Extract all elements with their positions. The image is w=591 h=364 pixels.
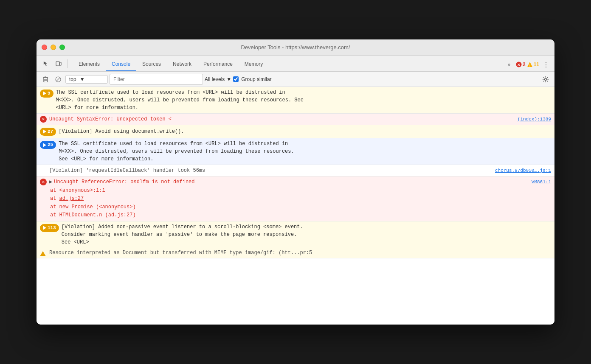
- ad-js-link-2[interactable]: ad.js:27: [108, 212, 133, 218]
- console-row-idle-callback: [Violation] 'requestIdleCallback' handle…: [37, 165, 554, 176]
- tab-sources[interactable]: Sources: [136, 59, 167, 71]
- reference-error-icon: ✕: [40, 179, 47, 185]
- passive-listener-text: [Violation] Added non-passive event list…: [62, 223, 551, 246]
- console-row-document-write: 27 [Violation] Avoid using document.writ…: [37, 125, 554, 138]
- devtools-menu-button[interactable]: ⋮: [541, 59, 551, 70]
- ssl-info-text: The SSL certificate used to load resourc…: [59, 140, 551, 163]
- tabs-container: Elements Console Sources Network Perform…: [73, 59, 504, 71]
- group-similar-checkbox[interactable]: [233, 76, 239, 82]
- toolbar-left: [40, 58, 69, 71]
- tab-memory[interactable]: Memory: [239, 59, 269, 71]
- group-similar-label: Group similar: [241, 76, 271, 82]
- tab-console[interactable]: Console: [106, 59, 136, 71]
- stack-line-4: at HTMLDocument.n (ad.js:27): [50, 211, 136, 219]
- syntax-error-text: Uncaught SyntaxError: Unexpected token <: [49, 115, 514, 123]
- devtools-window: Developer Tools - https://www.theverge.c…: [37, 39, 554, 325]
- console-toolbar: top ▼ All levels ▼ Group similar: [37, 72, 554, 87]
- error-icon: ✕: [40, 116, 47, 123]
- svg-line-7: [56, 77, 60, 81]
- warning-triangle-icon: [40, 251, 46, 256]
- window-title: Developer Tools - https://www.theverge.c…: [241, 44, 350, 50]
- warning-count-icon: 9: [40, 90, 53, 98]
- console-row-syntax-error: ✕ Uncaught SyntaxError: Unexpected token…: [37, 114, 554, 125]
- inspect-element-button[interactable]: [40, 58, 52, 70]
- idle-callback-source[interactable]: chorus.87db050….js:1: [495, 167, 551, 174]
- console-row-bottom-hint: Resource interpreted as Document but tra…: [37, 248, 554, 258]
- console-row-ssl-warning: 9 The SSL certificate used to load resou…: [37, 87, 554, 114]
- error-source-link[interactable]: (index):1389: [518, 116, 551, 123]
- svg-point-8: [545, 78, 547, 80]
- svg-rect-1: [60, 62, 61, 65]
- console-row-ssl-info: 25 The SSL certificate used to load reso…: [37, 138, 554, 165]
- tab-bar: Elements Console Sources Network Perform…: [37, 56, 554, 72]
- tab-network[interactable]: Network: [167, 59, 197, 71]
- reference-error-text: Uncaught ReferenceError: osdlfm is not d…: [54, 178, 528, 186]
- stack-line-2: at ad.js:27: [50, 195, 136, 203]
- console-settings-button[interactable]: [540, 74, 551, 85]
- stack-line-3: at new Promise (<anonymous>): [50, 203, 136, 211]
- ad-js-link-1[interactable]: ad.js:27: [59, 196, 84, 202]
- filter-input[interactable]: [110, 74, 203, 85]
- error-row-header: ✕ ▶ Uncaught ReferenceError: osdlfm is n…: [40, 178, 551, 186]
- device-toolbar-button[interactable]: [53, 58, 65, 70]
- tab-elements[interactable]: Elements: [73, 59, 106, 71]
- error-badge: ✕ 2 ! 11: [516, 62, 539, 67]
- title-bar: Developer Tools - https://www.theverge.c…: [37, 39, 554, 56]
- error-stack-trace: at <anonymous>:1:1 at ad.js:27 at new Pr…: [50, 187, 136, 219]
- warning-count-icon-27: 27: [40, 128, 56, 136]
- group-similar-container: Group similar: [233, 76, 271, 82]
- minimize-button[interactable]: [51, 45, 56, 50]
- stack-line-1: at <anonymous>:1:1: [50, 187, 136, 195]
- error-count-badge: ✕ 2: [516, 62, 526, 67]
- warning-count-badge: ! 11: [527, 62, 539, 67]
- clear-console-button[interactable]: [40, 74, 51, 85]
- context-selector[interactable]: top ▼: [65, 75, 108, 84]
- svg-rect-0: [56, 62, 59, 66]
- toolbar-right: » ✕ 2 ! 11 ⋮: [504, 59, 551, 71]
- console-message-text: The SSL certificate used to load resourc…: [56, 89, 551, 112]
- warning-count-icon-113: 113: [40, 224, 59, 232]
- more-tabs-button[interactable]: »: [504, 59, 514, 70]
- expand-triangle[interactable]: ▶: [49, 178, 52, 186]
- traffic-lights: [42, 45, 65, 50]
- console-row-reference-error: ✕ ▶ Uncaught ReferenceError: osdlfm is n…: [37, 176, 554, 221]
- maximize-button[interactable]: [59, 45, 65, 50]
- info-count-icon: 25: [40, 141, 56, 149]
- document-write-text: [Violation] Avoid using document.write()…: [59, 128, 551, 135]
- svg-text:!: !: [529, 64, 530, 67]
- tab-performance[interactable]: Performance: [197, 59, 239, 71]
- console-output: 9 The SSL certificate used to load resou…: [37, 87, 554, 325]
- svg-text:✕: ✕: [517, 63, 521, 67]
- bottom-hint-text: Resource interpreted as Document but tra…: [49, 250, 312, 256]
- close-button[interactable]: [42, 45, 47, 50]
- idle-callback-text: [Violation] 'requestIdleCallback' handle…: [49, 167, 492, 174]
- tab-divider: [67, 59, 68, 68]
- console-row-passive-listener: 113 [Violation] Added non-passive event …: [37, 221, 554, 248]
- reference-error-source[interactable]: VM861:1: [532, 179, 551, 186]
- levels-dropdown[interactable]: All levels ▼: [205, 76, 231, 82]
- block-requests-button[interactable]: [53, 74, 64, 85]
